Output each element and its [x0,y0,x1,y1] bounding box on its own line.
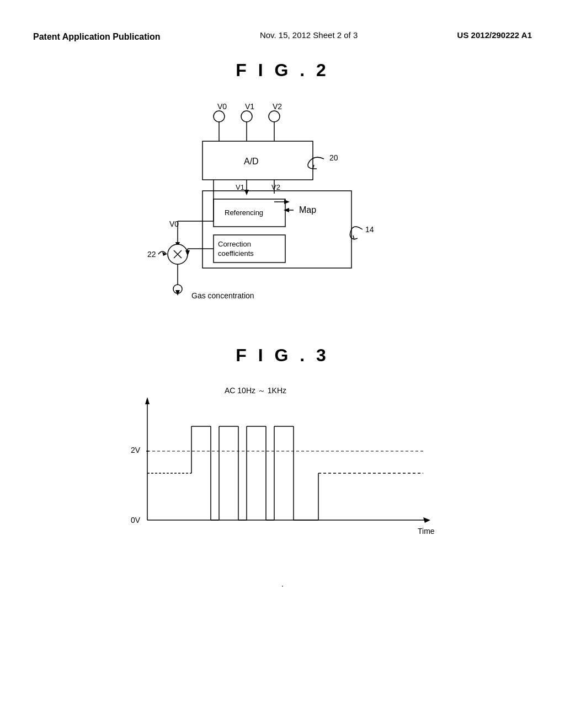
0v-label: 0V [131,516,141,524]
ref22-label: 22 [147,250,156,259]
date-sheet-label: Nov. 15, 2012 Sheet 2 of 3 [260,30,358,40]
publication-label: Patent Application Publication [33,30,161,44]
svg-line-11 [354,238,358,239]
fig2-title: F I G . 2 [33,60,532,81]
fig3-diagram: AC 10Hz ～ 1KHz 2V 0V Time [103,371,462,559]
map-label: Map [299,205,316,215]
page: Patent Application Publication Nov. 15, … [0,0,565,728]
fig3-section: F I G . 3 AC 10Hz ～ 1KHz 2V 0V Time [0,340,565,575]
v1-inner-label: V1 [236,183,244,191]
svg-point-0 [214,111,225,122]
coefficients-label: coefficients [218,249,254,258]
v2-top-label: V2 [273,102,282,111]
ac-label: AC 10Hz ～ 1KHz [225,386,286,395]
ref20-label: 20 [329,153,338,162]
svg-point-1 [241,111,252,122]
svg-marker-36 [145,397,150,404]
2v-label: 2V [131,446,141,454]
v0-top-label: V0 [217,102,227,111]
referencing-label: Referencing [225,208,263,217]
v1-top-label: V1 [245,102,254,111]
v2-inner-label: V2 [271,183,280,191]
svg-rect-13 [214,235,285,263]
footer-dot: · [0,575,565,598]
fig2-diagram: V0 V1 V2 A/D 20 Map 14 [117,86,448,323]
time-label: Time [418,527,435,536]
ref14-label: 14 [365,225,374,234]
patent-number-label: US 2012/290222 A1 [457,30,532,40]
fig3-title: F I G . 3 [33,345,532,366]
correction-label: Correction [218,240,251,248]
fig2-section: F I G . 2 V0 V1 V2 A/D 20 [0,55,565,340]
svg-point-2 [269,111,280,122]
page-header: Patent Application Publication Nov. 15, … [0,0,565,55]
gas-concentration-label: Gas concentration [191,291,254,300]
ad-block-label: A/D [244,157,259,166]
svg-marker-38 [423,517,430,523]
